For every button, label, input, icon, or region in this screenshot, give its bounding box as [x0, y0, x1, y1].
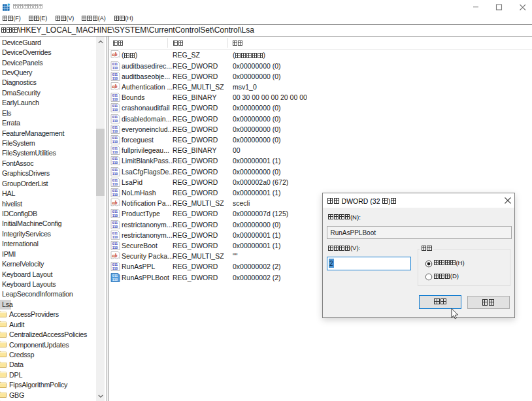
svg-text:110: 110 [112, 182, 118, 186]
svg-text:110: 110 [112, 150, 118, 154]
svg-text:110: 110 [112, 76, 118, 80]
svg-text:110: 110 [112, 108, 118, 112]
svg-text:ab: ab [112, 84, 118, 89]
svg-text:ab: ab [112, 52, 118, 57]
svg-text:110: 110 [112, 246, 118, 249]
svg-text:110: 110 [112, 214, 118, 217]
svg-text:110: 110 [112, 161, 118, 165]
svg-text:110: 110 [112, 266, 118, 270]
svg-text:110: 110 [112, 66, 118, 70]
svg-text:110: 110 [112, 97, 118, 101]
svg-text:110: 110 [112, 193, 118, 197]
svg-text:110: 110 [112, 129, 118, 133]
svg-text:110: 110 [112, 225, 118, 229]
svg-text:110: 110 [112, 140, 118, 144]
svg-text:110: 110 [112, 119, 118, 123]
svg-text:ab: ab [112, 253, 118, 259]
svg-text:110: 110 [112, 172, 118, 176]
svg-text:ab: ab [112, 200, 118, 206]
svg-text:110: 110 [112, 235, 118, 239]
svg-text:110: 110 [112, 278, 118, 281]
